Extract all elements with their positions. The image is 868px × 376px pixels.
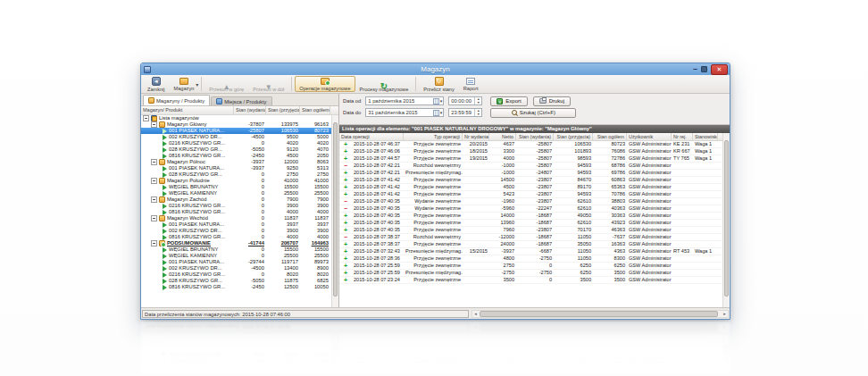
tree-row[interactable]: 0816 KRUSZYWO GR...040004000 <box>141 234 331 240</box>
expand-toggle-icon[interactable] <box>151 196 157 203</box>
scroll-right-arrow[interactable]: ▸ <box>722 310 728 317</box>
operation-row[interactable]: −2015-10-28 07:40:35Wydanie zewnętrzne-5… <box>339 205 722 213</box>
chevron-down-icon[interactable]: ▾ <box>440 98 443 104</box>
export-button[interactable]: x Export <box>490 96 527 106</box>
tree-vertical-scrollbar[interactable] <box>331 115 338 307</box>
tree-row[interactable]: WĘGIEL BRUNATNY01550015500 <box>141 184 331 190</box>
operation-row[interactable]: +2015-10-28 07:38:37Przyjęcie zewnętrzne… <box>339 241 722 248</box>
calendar-icon[interactable] <box>433 98 439 104</box>
maximize-button[interactable] <box>701 66 707 72</box>
operation-row[interactable]: +2015-10-28 07:40:35Przyjęcie zewnętrzne… <box>339 220 722 227</box>
tree-row[interactable]: Magazyn Główny-3780713397596163 <box>141 121 331 128</box>
toolbar-button-raport[interactable]: Raport <box>459 76 483 92</box>
date-to-picker[interactable]: 31 października 2015 ▾ <box>365 108 444 117</box>
tree-row[interactable]: Lista magazynów <box>141 115 331 121</box>
horizontal-scroll-track[interactable] <box>479 311 722 317</box>
time-from-input[interactable]: 00:00:00 ▴▾ <box>448 96 482 105</box>
tree-row-name-cell: Magazyn Wschód <box>141 215 234 221</box>
tree-row[interactable]: 028 KRUSZYWO GR...-5050118756825 <box>141 278 331 284</box>
tree-row[interactable]: 002 KRUSZYWO DR...-4500134008900 <box>141 265 331 272</box>
minimize-button[interactable]: – <box>693 65 697 73</box>
tree-row[interactable]: 0816 KRUSZYWO GR...-245045002050 <box>141 153 331 159</box>
tree-row[interactable]: WĘGIEL KAMIENNY02550025500 <box>141 253 331 259</box>
tree-row[interactable]: 001 PIASEK NATURA...-393792505313 <box>141 165 331 171</box>
spinner-down-icon[interactable]: ▾ <box>478 101 480 104</box>
desktop-background: Magazyn – ✕ ZamknijMagazyn▾Przesuń w gór… <box>0 0 868 376</box>
operation-row[interactable]: +2015-10-28 07:46:06Przyjęcie zewnętrzne… <box>339 148 722 155</box>
horizontal-scroll-thumb[interactable] <box>480 311 718 317</box>
tab-magazyny-produkty[interactable]: Magazyny / Produkty <box>143 95 210 105</box>
tree-row[interactable]: WĘGIEL KAMIENNY02550025500 <box>141 190 331 196</box>
tree-row[interactable]: 0216 KRUSZYWO GR...080208020 <box>141 272 331 278</box>
operation-row[interactable]: +2015-10-28 07:41:42Przyjęcie zewnętrzne… <box>339 177 722 184</box>
tab-miejsca-produkty[interactable]: Miejsca / Produkty <box>211 96 271 105</box>
horizontal-scrollbar[interactable]: ◂ ▸ <box>472 310 729 318</box>
operation-row[interactable]: −2015-10-28 07:42:21Rozchód wewnętrzny-1… <box>339 163 722 170</box>
operation-row[interactable]: +2015-10-28 07:25:59Przyjęcie zewnętrzne… <box>339 263 722 270</box>
operation-row[interactable]: −2015-10-28 07:38:37Rozchód wewnętrzny-1… <box>339 234 722 241</box>
operations-scrollbar-thumb[interactable] <box>724 140 729 297</box>
tree-row[interactable]: Magazyn Północ-3937120008063 <box>141 159 331 165</box>
operation-row[interactable]: +2015-10-28 07:28:36Przyjęcie zewnętrzne… <box>339 255 722 263</box>
toolbar-button-przelicz-stany[interactable]: Przelicz stany <box>419 76 459 92</box>
print-button[interactable]: Drukuj <box>533 96 571 106</box>
date-from-picker[interactable]: 1 października 2015 ▾ <box>365 96 444 105</box>
operation-rej: TY 765 <box>672 155 693 162</box>
tree-row[interactable]: 002 KRUSZYWO DR...-450095005000 <box>141 134 331 140</box>
time-from-spinner[interactable]: ▴▾ <box>474 97 481 104</box>
tree-scrollbar-thumb[interactable] <box>333 122 338 297</box>
toolbar-button-zamknij[interactable]: Zamknij <box>143 76 170 92</box>
operation-row[interactable]: +2015-10-28 07:44:57Przyjęcie zewnętrzne… <box>339 155 722 163</box>
chevron-down-icon[interactable]: ▾ <box>440 110 443 115</box>
time-to-spinner[interactable]: ▴▾ <box>474 109 481 116</box>
toolbar-button-procesy-magazynowe[interactable]: Procesy magazynowe <box>355 76 413 92</box>
tree-row[interactable]: 001 PIASEK NATURA...-2580710653080723 <box>141 128 331 134</box>
expand-toggle-icon[interactable] <box>151 178 157 184</box>
operations-vertical-scrollbar[interactable] <box>722 133 730 307</box>
tree-row[interactable]: WĘGIEL BRUNATNY01550015500 <box>141 246 331 253</box>
scroll-left-arrow[interactable]: ◂ <box>472 310 479 317</box>
operation-row[interactable]: +2015-10-28 07:23:24Przyjęcie zewnętrzne… <box>339 277 722 284</box>
expand-toggle-icon[interactable] <box>151 215 157 221</box>
spinner-down-icon[interactable]: ▾ <box>478 113 480 116</box>
operation-row[interactable]: +2015-10-28 07:41:42Przyjęcie zewnętrzne… <box>339 191 722 198</box>
tree-row[interactable]: PODSUMOWANIE-41744206707164963 <box>141 240 331 246</box>
operation-row[interactable]: −2015-10-28 07:40:35Wydanie zewnętrzne-1… <box>339 198 722 205</box>
titlebar[interactable]: Magazyn – ✕ <box>141 63 730 75</box>
toolbar-button-przesu-w-d[interactable]: Przesuń w dół <box>248 76 288 92</box>
tree-row[interactable]: 001 PIASEK NATURA...-2974411971789973 <box>141 259 331 265</box>
expand-toggle-icon[interactable] <box>143 115 149 121</box>
horizontal-scroll-thumb <box>480 325 718 331</box>
operation-row[interactable]: +2015-10-28 07:32:43Przesunięcie międzym… <box>339 248 722 255</box>
toolbar-button-przesu-w-g-r[interactable]: Przesuń w górę <box>204 76 248 92</box>
dropdown-arrow-icon[interactable]: ▾ <box>196 81 198 88</box>
tree-row[interactable]: 0216 KRUSZYWO GR...039003900 <box>141 203 331 209</box>
toolbar-button-operacje-magazynowe[interactable]: Operacje magazynowe <box>295 76 355 92</box>
operation-row[interactable]: +2015-10-28 07:40:35Przyjęcie zewnętrzne… <box>339 227 722 234</box>
tree-row[interactable]: Magazyn Wschód01183711837 <box>141 215 331 221</box>
expand-toggle-icon[interactable] <box>151 159 157 165</box>
tree-row[interactable]: Magazyn Zachód079007900 <box>141 196 331 203</box>
calendar-icon[interactable] <box>433 110 439 116</box>
operation-row[interactable]: +2015-10-28 07:46:37Przyjęcie zewnętrzne… <box>339 141 722 148</box>
toolbar-button-magazyn[interactable]: Magazyn▾ <box>170 76 199 92</box>
operation-ogol: 3500 <box>593 277 627 283</box>
close-button[interactable]: ✕ <box>711 64 728 75</box>
search-button[interactable]: Szukaj (Ctrl+F) <box>490 108 576 118</box>
operation-row[interactable]: +2015-10-28 07:42:21Przesunięcie międzym… <box>339 170 722 177</box>
tree-row[interactable]: 028 KRUSZYWO GR...-505091204070 <box>141 146 331 153</box>
tree-row[interactable]: Magazyn Południe04100041000 <box>141 178 331 184</box>
operation-row[interactable]: +2015-10-28 07:25:59Przesunięcie międzym… <box>339 270 722 277</box>
expand-toggle-icon[interactable] <box>151 240 157 246</box>
tree-row[interactable]: 0216 KRUSZYWO GR...040204020 <box>141 140 331 146</box>
tree-row[interactable]: 0816 KRUSZYWO GR...-24501250010050 <box>141 284 331 290</box>
tree-row[interactable]: 028 KRUSZYWO GR...027502750 <box>141 171 331 178</box>
operation-ogol: 30363 <box>593 213 627 219</box>
tree-row[interactable]: 002 KRUSZYWO DR...039003900 <box>141 228 331 234</box>
operation-row[interactable]: +2015-10-28 07:41:42Przyjęcie zewnętrzne… <box>339 184 722 191</box>
tree-row[interactable]: 001 PIASEK NATURA...039373937 <box>141 221 331 228</box>
tree-row[interactable]: 0816 KRUSZYWO GR...040004000 <box>141 209 331 215</box>
operation-row[interactable]: +2015-10-28 07:40:35Przyjęcie zewnętrzne… <box>339 213 722 220</box>
time-to-input[interactable]: 23:59:59 ▴▾ <box>448 108 482 117</box>
expand-toggle-icon[interactable] <box>151 121 157 128</box>
